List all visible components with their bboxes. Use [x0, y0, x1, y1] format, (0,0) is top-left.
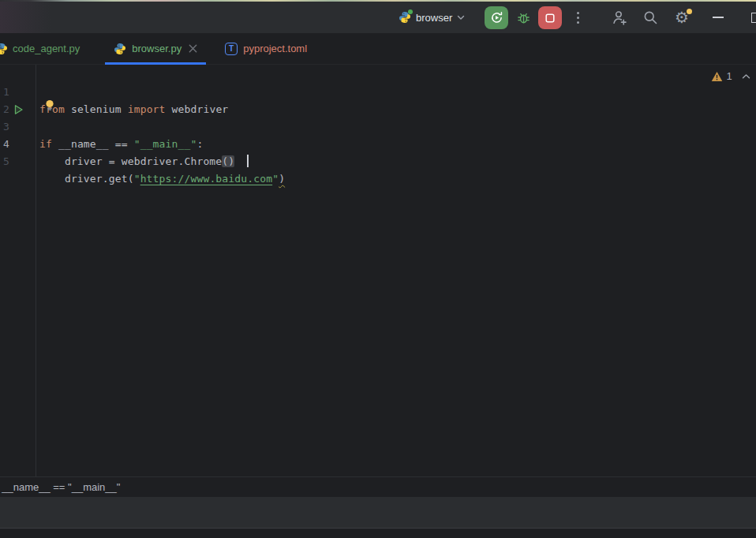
line-number: 5: [0, 153, 9, 170]
ellipsis-dot: [577, 17, 579, 19]
tab-close-button[interactable]: [189, 44, 197, 53]
tab-label: pyproject.toml: [243, 43, 307, 54]
tab-browser-py[interactable]: browser.py: [105, 33, 206, 64]
search-everywhere-button[interactable]: [640, 2, 661, 33]
add-user-icon: [612, 9, 628, 26]
tab-code-agent-py[interactable]: code_agent.py: [0, 33, 94, 64]
code-line: 4 driver = webdriver.Chrome(): [0, 118, 756, 136]
warning-icon: [711, 71, 723, 82]
python-file-icon: [0, 43, 8, 55]
minimize-button[interactable]: [709, 2, 728, 33]
ide-window: browser: [0, 0, 756, 538]
breadcrumb[interactable]: f __name__ == "__main__": [0, 481, 120, 493]
text-cursor: [247, 155, 249, 167]
code-text: driver.get("https://www.baidu.com"): [39, 170, 285, 188]
code-line: 5 driver.get("https://www.baidu.com"): [0, 136, 756, 153]
run-configuration-selector[interactable]: browser: [399, 2, 465, 33]
run-configuration-label: browser: [416, 12, 452, 24]
python-file-icon: [114, 43, 126, 55]
code-text: driver = webdriver.Chrome(): [39, 153, 249, 170]
stop-icon: [544, 12, 556, 24]
inspections-widget[interactable]: 1: [711, 70, 750, 82]
tab-label: code_agent.py: [13, 43, 80, 54]
run-gutter-icon[interactable]: [13, 104, 24, 115]
breadcrumbs-bar: f __name__ == "__main__": [0, 476, 756, 497]
code-line: 1 from selenium import webdriver: [0, 66, 756, 84]
status-bar: [0, 528, 756, 538]
maximize-button[interactable]: [747, 2, 756, 33]
main-toolbar: browser: [0, 2, 756, 33]
running-indicator-dot: [408, 9, 413, 14]
search-icon: [642, 9, 658, 25]
debug-button[interactable]: [512, 2, 534, 33]
url-link[interactable]: https://www.baidu.com: [140, 173, 273, 185]
bottom-panel: [0, 497, 756, 528]
rerun-icon: [490, 11, 503, 24]
minimize-icon: [713, 17, 724, 18]
ellipsis-dot: [577, 12, 579, 14]
chevron-down-icon: [457, 14, 465, 21]
tab-label: browser.py: [132, 43, 182, 54]
code-line: 3 if __name__ == "__main__":: [0, 101, 756, 118]
settings-notification-dot: [687, 9, 692, 14]
settings-button[interactable]: ⚙: [671, 2, 693, 33]
code-with-me-button[interactable]: [609, 2, 630, 33]
editor-tab-bar: code_agent.py browser.py T pyproject.tom…: [0, 33, 756, 65]
python-icon: [399, 11, 411, 24]
more-actions-button[interactable]: [570, 2, 586, 33]
rerun-button[interactable]: [485, 6, 508, 29]
maximize-icon: [751, 13, 756, 23]
code-editor[interactable]: 1 from selenium import webdriver 2 3 if …: [0, 65, 756, 476]
chevron-up-icon[interactable]: [742, 73, 750, 80]
lightbulb-icon[interactable]: [44, 99, 55, 112]
bug-icon: [516, 10, 531, 25]
code-line: 2: [0, 84, 756, 101]
ellipsis-dot: [577, 21, 579, 24]
tab-pyproject-toml[interactable]: T pyproject.toml: [213, 33, 319, 64]
stop-button[interactable]: [538, 6, 562, 29]
toml-file-icon: T: [225, 43, 238, 55]
warning-count: 1: [727, 70, 732, 82]
